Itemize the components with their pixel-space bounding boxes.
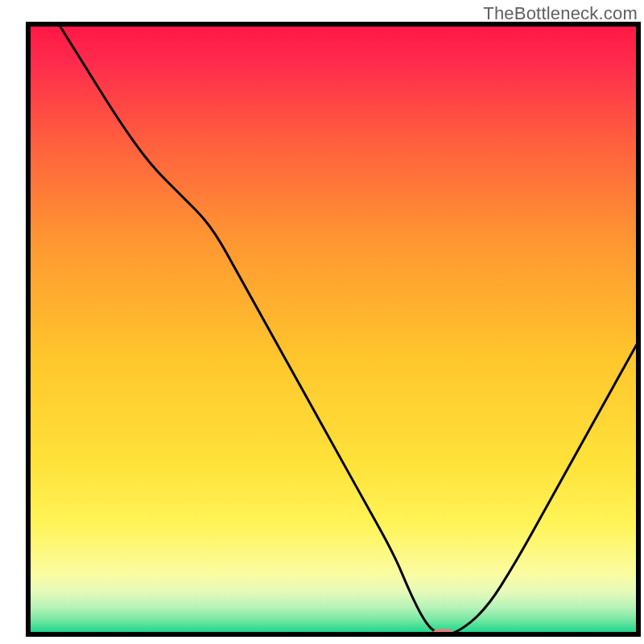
watermark-text: TheBottleneck.com [483,3,638,24]
plot-background [28,24,638,634]
chart-container: TheBottleneck.com [0,0,644,644]
bottleneck-chart [0,0,644,644]
